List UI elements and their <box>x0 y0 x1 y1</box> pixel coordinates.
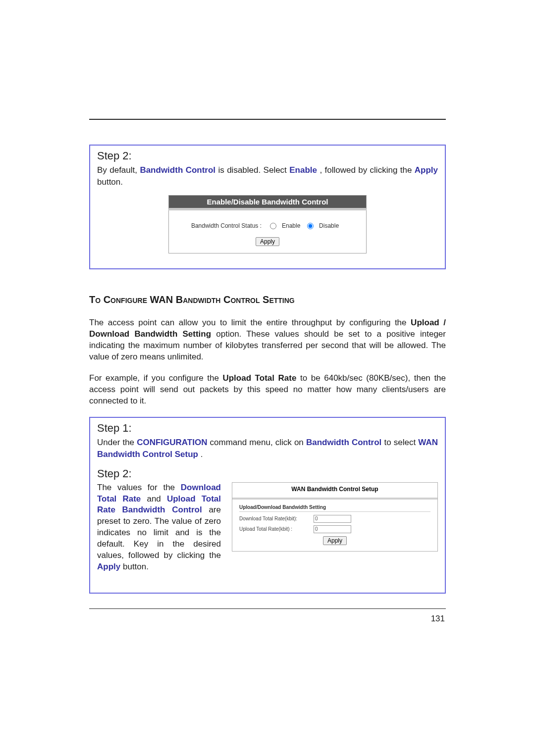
text-bold: Bandwidth Control <box>306 438 381 447</box>
wan-panel-title: WAN Bandwidth Control Setup <box>232 483 437 500</box>
wan-panel-body: Upload/Download Bandwidth Setting Downlo… <box>232 500 437 551</box>
step2-text-column: The values for the Download Total Rate a… <box>97 482 221 573</box>
disable-radio[interactable] <box>307 223 314 229</box>
text-bold: Bandwidth Control <box>140 165 215 175</box>
text: and <box>147 494 166 504</box>
apply-button[interactable]: Apply <box>256 237 279 246</box>
paragraph-1: The access point can allow you to limit … <box>89 317 446 363</box>
text: For example, if you configure the <box>89 373 222 383</box>
paragraph-2: For example, if you configure the Upload… <box>89 373 446 407</box>
wan-subheading: Upload/Download Bandwidth Setting <box>239 504 430 512</box>
text-bold: Apply <box>415 165 438 175</box>
text: command menu, click on <box>210 438 306 447</box>
text: The access point can allow you to limit … <box>89 318 411 327</box>
panel-title: Enable/Disable Bandwidth Control <box>168 195 367 210</box>
step2-body: By default, Bandwidth Control is disable… <box>97 164 438 188</box>
text: button. <box>123 562 149 571</box>
text-bold: Apply <box>97 562 120 571</box>
text: button. <box>97 177 123 187</box>
text: . <box>201 450 203 459</box>
bottom-rule <box>89 608 446 609</box>
step1-body: Under the CONFIGURATION command menu, cl… <box>97 437 438 460</box>
text-bold: Enable <box>289 165 317 175</box>
text-bold: Upload Total Rate <box>222 373 296 383</box>
step1-title: Step 1: <box>97 422 438 435</box>
upload-rate-label: Upload Total Rate(kbit) : <box>239 526 314 532</box>
text: to select <box>384 438 418 447</box>
wan-apply-button[interactable]: Apply <box>323 536 347 545</box>
status-row: Bandwidth Control Status : Enable Disabl… <box>174 222 361 230</box>
top-rule <box>89 119 446 120</box>
step2-title: Step 2: <box>97 150 438 162</box>
wan-setup-panel: WAN Bandwidth Control Setup Upload/Downl… <box>232 482 438 552</box>
text-bold: CONFIGURATION <box>137 438 207 447</box>
text: By default, <box>97 165 140 175</box>
upload-rate-row: Upload Total Rate(kbit) : <box>239 525 430 533</box>
download-rate-input[interactable] <box>314 515 351 523</box>
enable-radio[interactable] <box>270 223 276 229</box>
status-label: Bandwidth Control Status : <box>191 222 262 229</box>
page-number: 131 <box>89 614 446 624</box>
step2-box-upper: Step 2: By default, Bandwidth Control is… <box>89 145 446 269</box>
download-rate-row: Download Total Rate(kbit): <box>239 515 430 523</box>
download-rate-label: Download Total Rate(kbit): <box>239 516 314 521</box>
step2-panel-column: WAN Bandwidth Control Setup Upload/Downl… <box>232 482 438 552</box>
section-heading: To Configure WAN Bandwidth Control Setti… <box>89 294 446 305</box>
panel-body: Bandwidth Control Status : Enable Disabl… <box>168 210 367 254</box>
step2-title-lower: Step 2: <box>97 467 438 480</box>
text: The values for the <box>97 483 181 492</box>
disable-label: Disable <box>319 222 339 229</box>
steps-box-lower: Step 1: Under the CONFIGURATION command … <box>89 417 446 594</box>
text: is disabled. Select <box>218 165 289 175</box>
enable-disable-panel: Enable/Disable Bandwidth Control Bandwid… <box>168 195 367 254</box>
step2-two-col: The values for the Download Total Rate a… <box>97 482 438 573</box>
upload-rate-input[interactable] <box>314 525 351 533</box>
text: Under the <box>97 438 137 447</box>
text: , followed by clicking the <box>320 165 414 175</box>
enable-label: Enable <box>282 222 300 229</box>
